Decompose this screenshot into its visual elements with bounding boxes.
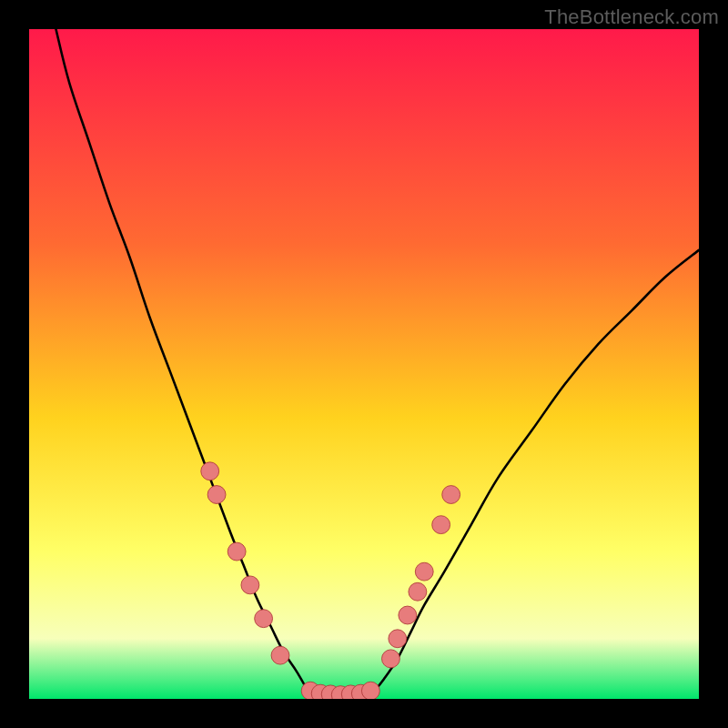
series-left-curve — [56, 29, 310, 695]
curve-layer — [29, 29, 699, 699]
plot-area — [29, 29, 699, 699]
watermark-text: TheBottleneck.com — [544, 5, 719, 29]
marker-right — [432, 516, 450, 534]
series-right-curve — [370, 250, 699, 695]
marker-left — [228, 542, 246, 561]
marker-right — [399, 606, 417, 624]
marker-left — [207, 486, 226, 504]
marker-left — [201, 462, 219, 480]
marker-right — [409, 582, 427, 601]
marker-right — [442, 486, 460, 504]
marker-left — [271, 646, 289, 664]
marker-left — [255, 610, 273, 628]
marker-valley — [361, 682, 379, 699]
chart-frame: TheBottleneck.com — [0, 0, 728, 728]
marker-right — [415, 562, 433, 581]
marker-right — [389, 630, 407, 648]
marker-left — [241, 576, 259, 594]
marker-right — [382, 650, 400, 668]
